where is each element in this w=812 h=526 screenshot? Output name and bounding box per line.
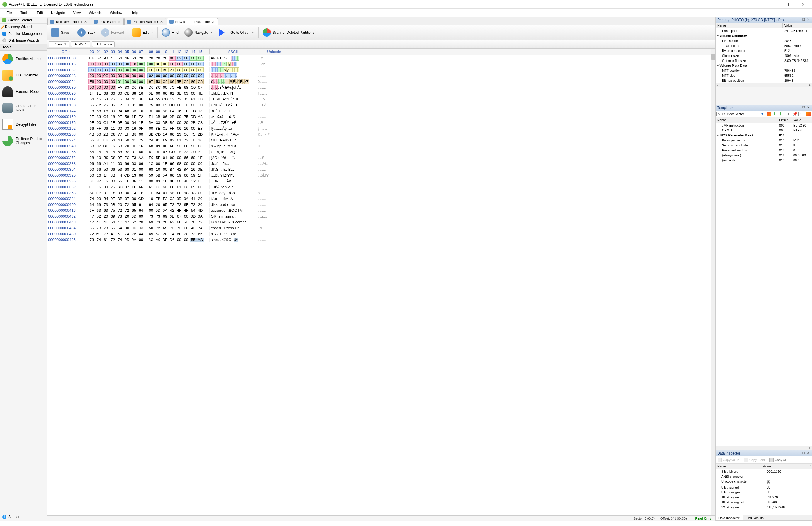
back-button[interactable]: Back bbox=[75, 27, 98, 38]
tab-recovery-explorer[interactable]: Recovery Explorer✕ bbox=[47, 18, 90, 25]
tab-close-icon[interactable]: ✕ bbox=[118, 20, 121, 24]
inspector-row[interactable]: 32 bit, signed418,153,246 bbox=[715, 505, 812, 510]
inspector-row[interactable]: 16 bit, signed-31,970 bbox=[715, 495, 812, 500]
panel-close-icon[interactable]: ✕ bbox=[806, 106, 810, 110]
menu-wizards[interactable]: Wizards bbox=[85, 10, 105, 16]
tool-decrypt-files[interactable]: Decrypt Files bbox=[0, 116, 47, 133]
template-row[interactable]: (unused)01900 00 bbox=[715, 158, 812, 163]
hex-row[interactable]: 000000000019266FF06110003160F008EC2FF061… bbox=[47, 125, 711, 131]
hex-row[interactable]: 00000000002406807BB1668700E1668090066536… bbox=[47, 143, 711, 149]
maximize-button[interactable]: ☐ bbox=[783, 0, 796, 9]
template-add-icon[interactable] bbox=[767, 111, 771, 116]
template-row[interactable]: OEM ID003NTFS bbox=[715, 128, 812, 133]
hex-row[interactable]: 00000000003040066500653680100681000B4428… bbox=[47, 166, 711, 172]
copy-value-button[interactable]: Copy Value bbox=[716, 457, 740, 463]
hex-grid[interactable]: 0000000000000EB52904E5446532020202000020… bbox=[47, 55, 711, 242]
copy-all-button[interactable]: Copy All bbox=[768, 457, 788, 463]
navigate-button[interactable]: Navigate▼ bbox=[182, 27, 215, 38]
property-row[interactable]: Bitmap position19945 bbox=[715, 78, 812, 83]
hex-row[interactable]: 00000000001125446537515B441BBAA55CD13720… bbox=[47, 96, 711, 102]
hex-row[interactable]: 000000000032000161F8BF4CD1366595B5A66596… bbox=[47, 172, 711, 178]
menu-view[interactable]: View bbox=[69, 10, 85, 16]
hex-row[interactable]: 00000000004006469736B2072656164206572726… bbox=[47, 201, 711, 207]
view-dropdown[interactable]: ☰ View ▼ bbox=[49, 41, 69, 47]
hex-row[interactable]: 0000000000064F6000000010000009753C9865EC… bbox=[47, 78, 711, 84]
hex-row[interactable]: 00000000003360F82160066FF06110003160F008… bbox=[47, 178, 711, 184]
inspector-row[interactable]: ANSI character bbox=[715, 474, 812, 479]
hex-row[interactable]: 0000000000480726C2B416C742B44656C20746F2… bbox=[47, 231, 711, 237]
sidebar-disk-image-wizards[interactable]: Disk Image Wizards bbox=[0, 37, 47, 44]
panel-restore-icon[interactable]: ❐ bbox=[801, 451, 806, 455]
tab-data-inspector[interactable]: Data Inspector bbox=[715, 515, 743, 521]
hex-row[interactable]: 0000000000000EB52904E5446532020202000020… bbox=[47, 55, 711, 61]
templates-hscroll[interactable]: ◄► bbox=[715, 446, 812, 450]
property-row[interactable]: Free space241 GB (259,24 bbox=[715, 28, 812, 33]
tab-close-icon[interactable]: ✕ bbox=[84, 20, 88, 24]
hex-row[interactable]: 000000000049673746172740D0A008CA9BED6000… bbox=[47, 237, 711, 242]
pin-icon[interactable]: 📌 bbox=[792, 111, 797, 116]
tool-file-organizer[interactable]: File Organizer bbox=[0, 67, 47, 84]
sidebar-partition-management[interactable]: Partition Management bbox=[0, 30, 47, 37]
hex-row[interactable]: 00000000004166F63637572726564000D0A424F4… bbox=[47, 207, 711, 213]
property-row[interactable]: MFT position786432 bbox=[715, 68, 812, 73]
hex-row[interactable]: 000000000008000000000FA33C08ED0BC007CFB6… bbox=[47, 84, 711, 90]
template-num2[interactable] bbox=[798, 111, 805, 116]
property-row[interactable]: Volume Meta Data bbox=[715, 63, 812, 68]
unicode-toggle[interactable]: U Unicode bbox=[92, 41, 115, 47]
find-button[interactable]: Find bbox=[159, 27, 181, 38]
tool-create-virtual-raid[interactable]: Create Virtual RAID bbox=[0, 100, 47, 116]
template-select[interactable]: NTFS Boot Sector▼ bbox=[716, 111, 765, 116]
hex-row[interactable]: 000000000004800000C000000000002000000000… bbox=[47, 73, 711, 78]
hex-row[interactable]: 0000000000016000000000000F800003F00FF000… bbox=[47, 61, 711, 67]
property-row[interactable]: Get max file size8.00 EB (9,223,3 bbox=[715, 58, 812, 63]
hex-row[interactable]: 0000000000368A0FB01E80300F4EBFDB4018BF0A… bbox=[47, 190, 711, 196]
inspector-row[interactable]: 8 bit, binary00011110 bbox=[715, 469, 812, 474]
template-brush-icon[interactable] bbox=[807, 111, 811, 116]
inspector-row[interactable]: 8 bit, signed30 bbox=[715, 485, 812, 490]
menu-edit[interactable]: Edit bbox=[32, 10, 47, 16]
tab-photo-i-disk-editor[interactable]: PHOTO (I:) - Disk Editor✕ bbox=[167, 18, 218, 25]
hex-row[interactable]: 00000000003847409B40EBB0700CD10EBF2C30D0… bbox=[47, 196, 711, 201]
arrow-down-icon[interactable]: ⬇ bbox=[778, 111, 783, 116]
tab-find-results[interactable]: Find Results bbox=[743, 515, 767, 521]
save-button[interactable]: Save bbox=[49, 27, 71, 38]
inspector-row[interactable]: Unicode character蔞 bbox=[715, 479, 812, 485]
forward-button[interactable]: Forward bbox=[99, 27, 126, 38]
properties-hscroll[interactable]: ◄► bbox=[715, 83, 812, 87]
sidebar-getting-started[interactable]: Getting Started bbox=[0, 17, 47, 24]
goto-offset-button[interactable]: Go to Offset▼ bbox=[216, 27, 256, 38]
menu-window[interactable]: Window bbox=[106, 10, 127, 16]
template-row[interactable]: Reserved sectors0140 bbox=[715, 148, 812, 153]
tab-close-icon[interactable]: ✕ bbox=[160, 20, 163, 24]
hex-row[interactable]: 00000000001609F83C4189E581F72E13B060B007… bbox=[47, 114, 711, 120]
support-link[interactable]: i Support bbox=[0, 513, 47, 521]
vertical-scrollbar[interactable] bbox=[711, 49, 715, 515]
tab-close-icon[interactable]: ✕ bbox=[212, 20, 215, 24]
panel-restore-icon[interactable]: ❐ bbox=[801, 18, 806, 22]
inspector-row[interactable]: 8 bit, unsigned30 bbox=[715, 490, 812, 495]
menu-tools[interactable]: Tools bbox=[16, 10, 32, 16]
tab-partition-manager[interactable]: Partition Manager✕ bbox=[124, 18, 166, 25]
hex-row[interactable]: 00000000002565516161668B80166610E07CD1A3… bbox=[47, 149, 711, 155]
template-row[interactable]: JMP instruction000EB 52 90 bbox=[715, 123, 812, 128]
hex-row[interactable]: 00000000000320000000080008000FFFFB021000… bbox=[47, 67, 711, 73]
menu-help[interactable]: Help bbox=[126, 10, 142, 16]
menu-navigate[interactable]: Navigate bbox=[47, 10, 69, 16]
edit-button[interactable]: Edit▼ bbox=[130, 27, 156, 38]
template-num1[interactable] bbox=[784, 111, 791, 116]
minimize-button[interactable]: — bbox=[770, 0, 783, 9]
arrow-up-icon[interactable]: ⬆ bbox=[772, 111, 777, 116]
tab-photo-i-[interactable]: PHOTO (I:)✕ bbox=[91, 18, 124, 25]
copy-field-button[interactable]: Copy Field bbox=[743, 457, 766, 463]
template-row[interactable]: BIOS Parameter Block011 bbox=[715, 133, 812, 138]
template-row[interactable]: Bytes per sector011512 bbox=[715, 138, 812, 143]
hex-row[interactable]: 00000000001760F00C12E0F00041E5A33DBB9002… bbox=[47, 120, 711, 125]
hex-row[interactable]: 00000000002084B002BC877EFB800BBCD1A6623C… bbox=[47, 131, 711, 137]
tool-forensic-report[interactable]: Forensic Report bbox=[0, 84, 47, 100]
panel-close-icon[interactable]: ✕ bbox=[806, 18, 810, 22]
ascii-toggle[interactable]: A ASCII bbox=[71, 41, 90, 47]
hex-row[interactable]: 0000000000448424F4F544D475220697320636F6… bbox=[47, 219, 711, 225]
hex-row[interactable]: 000000000014418681A00B4488A160E008BF4161… bbox=[47, 108, 711, 114]
template-row[interactable]: (always zero)01600 00 00 bbox=[715, 153, 812, 158]
tool-rollback-partition-changes[interactable]: Rollback Partition Changes bbox=[0, 133, 47, 149]
